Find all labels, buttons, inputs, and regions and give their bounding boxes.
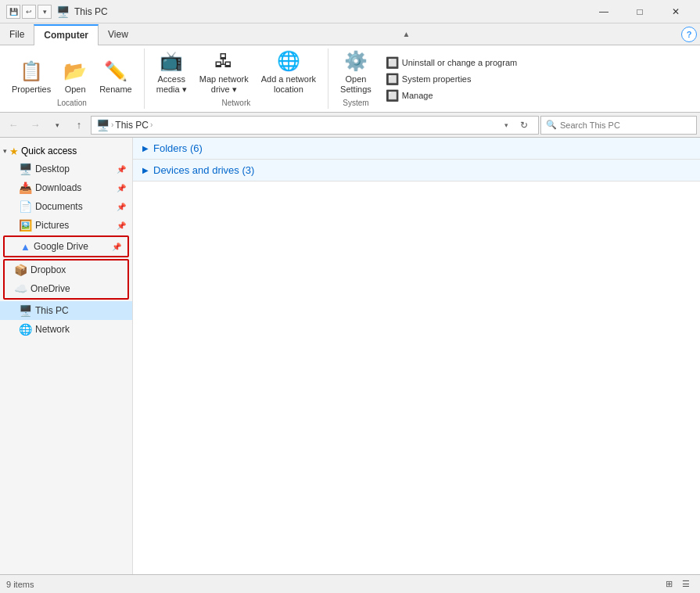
address-bar: ← → ▾ ↑ 🖥️ › This PC › ▾ ↻ 🔍 (0, 113, 700, 138)
location-group-items: 📋 Properties 📂 Open ✏️ Rename (6, 50, 138, 97)
search-icon: 🔍 (546, 120, 557, 130)
forward-button[interactable]: → (25, 116, 45, 135)
this-pc-icon: 🖥️ (19, 304, 32, 317)
search-input[interactable] (560, 120, 691, 130)
grid-view-button[interactable]: ⊞ (661, 577, 677, 591)
add-network-location-button[interactable]: 🌐 Add a networklocation (256, 50, 321, 97)
ribbon-group-location: 📋 Properties 📂 Open ✏️ Rename Location (0, 49, 145, 109)
uninstall-button[interactable]: 🔲 Uninstall or change a program (380, 55, 522, 70)
tab-file[interactable]: File (0, 23, 34, 45)
system-right-items: 🔲 Uninstall or change a program 🔲 System… (380, 55, 522, 103)
window-title: This PC (74, 6, 108, 17)
network-icon: 🌐 (19, 323, 32, 336)
tab-view[interactable]: View (99, 23, 138, 45)
close-button[interactable]: ✕ (658, 0, 694, 23)
minimize-button[interactable]: — (586, 0, 622, 23)
ribbon-collapse-icon[interactable]: ▲ (402, 30, 416, 38)
back-button[interactable]: ← (3, 116, 23, 135)
qs-undo-btn[interactable]: ↩ (22, 5, 36, 19)
ribbon-tab-bar: File Computer View ▲ ? (0, 23, 700, 45)
open-settings-button[interactable]: ⚙️ OpenSettings (335, 50, 377, 97)
devices-chevron-icon: ▶ (142, 166, 149, 174)
downloads-pin-icon: 📌 (117, 184, 126, 192)
documents-pin-icon: 📌 (117, 203, 126, 211)
sidebar-item-google-drive[interactable]: ▲ Google Drive 📌 (5, 237, 127, 256)
access-media-button[interactable]: 📺 Accessmedia ▾ (151, 50, 192, 97)
ribbon: File Computer View ▲ ? 📋 Properties 📂 Op… (0, 23, 700, 113)
properties-icon: 📋 (20, 60, 43, 83)
sidebar-item-onedrive[interactable]: ☁️ OneDrive (5, 279, 127, 298)
quick-access-star-icon: ★ (9, 146, 19, 157)
dropbox-icon: 📦 (14, 264, 27, 276)
address-dropdown-icon[interactable]: ▾ (501, 116, 512, 135)
qs-save-btn[interactable]: 💾 (6, 5, 20, 19)
sidebar-item-desktop[interactable]: 🖥️ Desktop 📌 (0, 160, 132, 178)
folders-chevron-icon: ▶ (142, 144, 149, 153)
address-box[interactable]: 🖥️ › This PC › ▾ ↻ (91, 116, 539, 135)
sidebar-item-network[interactable]: 🌐 Network (0, 320, 132, 339)
google-drive-outline: ▲ Google Drive 📌 (3, 235, 129, 257)
search-box[interactable]: 🔍 (540, 116, 697, 135)
open-icon: 📂 (63, 60, 87, 83)
onedrive-label: OneDrive (31, 283, 70, 294)
sidebar-item-documents[interactable]: 📄 Documents 📌 (0, 197, 132, 216)
sidebar: ▾ ★ Quick access 🖥️ Desktop 📌 📥 Download… (0, 138, 133, 574)
google-drive-pin-icon: 📌 (112, 243, 121, 251)
quick-access-chevron: ▾ (3, 147, 7, 155)
manage-button[interactable]: 🔲 Manage (380, 88, 522, 103)
system-group-label: System (343, 99, 368, 107)
add-network-location-icon: 🌐 (277, 50, 300, 73)
desktop-label: Desktop (35, 164, 70, 174)
ribbon-group-system: ⚙️ OpenSettings System 🔲 Uninstall or ch… (328, 49, 529, 109)
list-view-button[interactable]: ☰ (678, 577, 694, 591)
devices-section-title: Devices and drives (3) (153, 164, 254, 176)
view-toggle-buttons: ⊞ ☰ (661, 577, 694, 591)
pictures-pin-icon: 📌 (117, 221, 126, 230)
help-button[interactable]: ? (681, 27, 697, 42)
manage-icon: 🔲 (386, 89, 399, 102)
up-button[interactable]: ↑ (69, 116, 89, 135)
access-media-icon: 📺 (160, 50, 183, 73)
sidebar-item-quick-access[interactable]: ▾ ★ Quick access (0, 141, 132, 160)
sidebar-item-pictures[interactable]: 🖼️ Pictures 📌 (0, 216, 132, 235)
sidebar-item-downloads[interactable]: 📥 Downloads 📌 (0, 178, 132, 197)
address-this-pc: This PC (115, 120, 149, 131)
documents-icon: 📄 (19, 200, 32, 213)
folders-section-header[interactable]: ▶ Folders (6) (133, 138, 700, 159)
tab-computer[interactable]: Computer (34, 24, 99, 45)
maximize-button[interactable]: □ (622, 0, 658, 23)
google-drive-label: Google Drive (34, 241, 88, 252)
network-group-items: 📺 Accessmedia ▾ 🖧 Map networkdrive ▾ 🌐 A… (151, 50, 321, 97)
open-button[interactable]: 📂 Open (58, 50, 92, 97)
rename-icon: ✏️ (104, 60, 127, 83)
uninstall-icon: 🔲 (386, 56, 399, 69)
system-properties-button[interactable]: 🔲 System properties (380, 71, 522, 87)
pictures-icon: 🖼️ (19, 219, 32, 232)
qs-more-btn[interactable]: ▾ (38, 5, 52, 19)
desktop-pin-icon: 📌 (117, 165, 126, 174)
devices-section-header[interactable]: ▶ Devices and drives (3) (133, 160, 700, 181)
rename-button[interactable]: ✏️ Rename (94, 50, 138, 97)
refresh-button[interactable]: ↻ (515, 116, 533, 135)
documents-label: Documents (35, 201, 83, 212)
location-group-label: Location (57, 99, 87, 107)
devices-section: ▶ Devices and drives (3) (133, 160, 700, 181)
folders-section: ▶ Folders (6) (133, 138, 700, 160)
content-area: ▶ Folders (6) ▶ Devices and drives (3) (133, 138, 700, 574)
quick-access-toolbar: 💾 ↩ ▾ (6, 5, 52, 19)
title-bar-left: 💾 ↩ ▾ 🖥️ This PC (6, 5, 108, 19)
title-bar: 💾 ↩ ▾ 🖥️ This PC — □ ✕ (0, 0, 700, 23)
map-network-drive-button[interactable]: 🖧 Map networkdrive ▾ (194, 50, 254, 97)
ribbon-content: 📋 Properties 📂 Open ✏️ Rename Location 📺 (0, 45, 700, 112)
address-sep2: › (150, 120, 153, 129)
pictures-label: Pictures (35, 220, 69, 231)
sidebar-item-this-pc[interactable]: 🖥️ This PC (0, 301, 132, 320)
window-controls: — □ ✕ (586, 0, 694, 23)
ribbon-group-network: 📺 Accessmedia ▾ 🖧 Map networkdrive ▾ 🌐 A… (145, 49, 328, 109)
system-props-icon: 🔲 (386, 73, 399, 85)
properties-button[interactable]: 📋 Properties (6, 50, 56, 97)
sidebar-item-dropbox[interactable]: 📦 Dropbox (5, 261, 127, 279)
network-group-label: Network (222, 99, 251, 107)
open-settings-icon: ⚙️ (344, 50, 368, 73)
recent-locations-button[interactable]: ▾ (47, 116, 67, 135)
